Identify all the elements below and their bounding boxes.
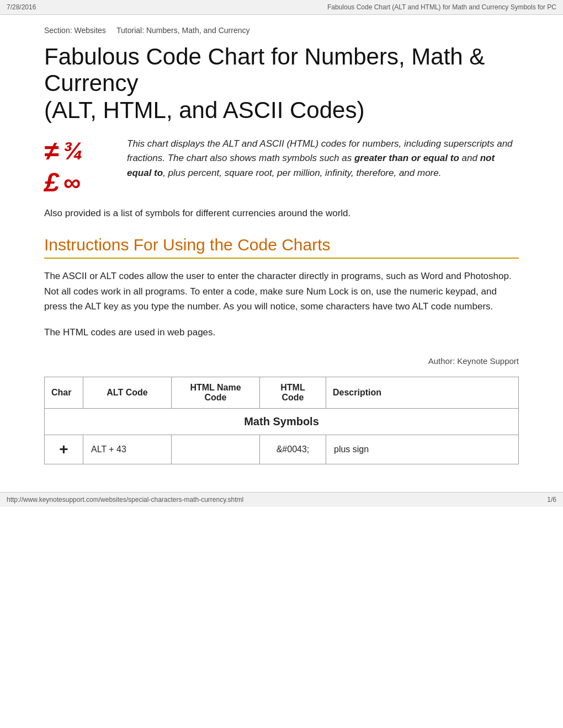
table-header-row: Char ALT Code HTML NameCode HTMLCode Des…: [45, 377, 519, 409]
pound-symbol: £: [44, 168, 59, 197]
intro-text: This chart displays the ALT and ASCII (H…: [127, 137, 519, 180]
section-label: Section:: [44, 26, 72, 35]
intro-block: ≠ ¾ £ ∞ This chart displays the ALT and …: [44, 137, 519, 197]
inf-symbol: ∞: [63, 169, 81, 196]
html-code-cell: &#0043;: [260, 435, 326, 464]
alt-code-cell: ALT + 43: [83, 435, 172, 464]
tutorial-label: Tutorial:: [116, 26, 144, 35]
breadcrumb: Section: Websites Tutorial: Numbers, Mat…: [44, 26, 519, 35]
section-value: Websites: [74, 26, 105, 35]
symbol-graphic: ≠ ¾ £ ∞: [44, 137, 116, 197]
also-provided-text: Also provided is a list of symbols for d…: [44, 208, 519, 219]
table-row: + ALT + 43 &#0043; plus sign: [45, 435, 519, 464]
browser-bar: 7/28/2016 Fabulous Code Chart (ALT and H…: [0, 0, 563, 15]
math-symbols-section-row: Math Symbols: [45, 409, 519, 435]
page-title: Fabulous Code Chart for Numbers, Math & …: [44, 44, 519, 124]
html-codes-text: The HTML codes are used in web pages.: [44, 325, 519, 340]
instructions-body: The ASCII or ALT codes allow the user to…: [44, 269, 519, 314]
html-name-cell: [172, 435, 260, 464]
tutorial-value: Numbers, Math, and Currency: [146, 26, 250, 35]
neq-symbol: ≠: [44, 137, 59, 166]
description-cell: plus sign: [326, 435, 519, 464]
col-header-alt: ALT Code: [83, 377, 172, 409]
col-header-htmlcode: HTMLCode: [260, 377, 326, 409]
author-line: Author: Keynote Support: [44, 356, 519, 366]
browser-date: 7/28/2016: [7, 3, 36, 11]
main-content: Section: Websites Tutorial: Numbers, Mat…: [28, 15, 535, 492]
code-table: Char ALT Code HTML NameCode HTMLCode Des…: [44, 377, 519, 464]
footer-page-num: 1/6: [547, 496, 556, 504]
char-cell: +: [45, 435, 83, 464]
col-header-desc: Description: [326, 377, 519, 409]
frac-symbol: ¾: [63, 138, 83, 164]
footer-bar: http://www.keynotesupport.com/websites/s…: [0, 492, 563, 507]
col-header-htmlname: HTML NameCode: [172, 377, 260, 409]
bold1: greater than or equal to: [354, 153, 459, 163]
math-symbols-label: Math Symbols: [45, 409, 519, 435]
footer-url: http://www.keynotesupport.com/websites/s…: [7, 496, 243, 504]
col-header-char: Char: [45, 377, 83, 409]
browser-title: Fabulous Code Chart (ALT and HTML) for M…: [327, 3, 556, 11]
instructions-title: Instructions For Using the Code Charts: [44, 235, 519, 259]
